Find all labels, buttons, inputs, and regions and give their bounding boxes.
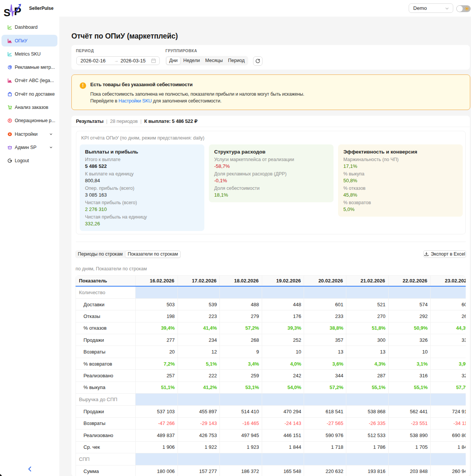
svg-text:$: $	[9, 119, 11, 122]
